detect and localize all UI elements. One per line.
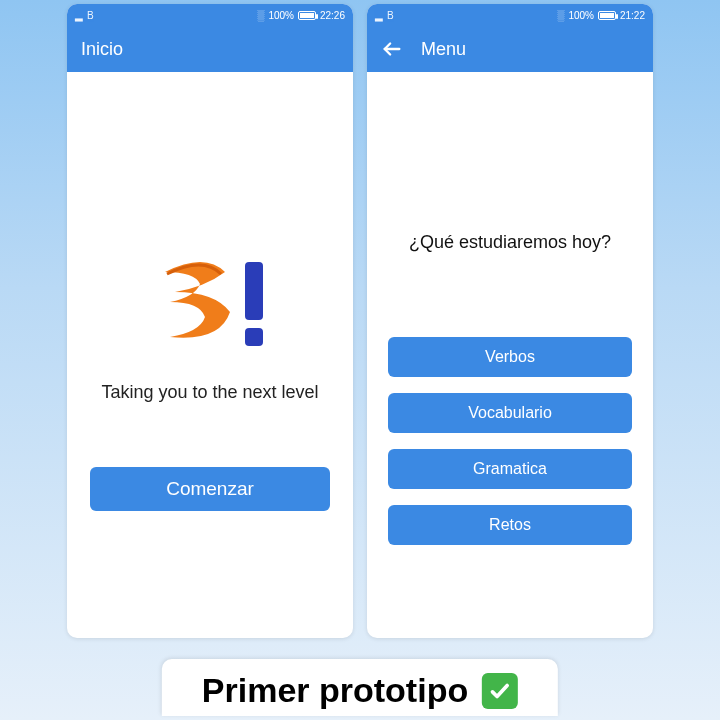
clock-label: 22:26	[320, 10, 345, 21]
checkmark-icon	[482, 673, 518, 709]
phone-menu: ▂ B ░ 100% 21:22 Menu ¿Qué estudiaremos …	[367, 4, 653, 638]
option-gramatica[interactable]: Gramatica	[388, 449, 632, 489]
option-retos[interactable]: Retos	[388, 505, 632, 545]
clock-label: 21:22	[620, 10, 645, 21]
page-title: Menu	[421, 39, 466, 60]
option-verbos[interactable]: Verbos	[388, 337, 632, 377]
status-right: ░ 100% 22:26	[257, 10, 345, 21]
signal-icon: ▂	[375, 10, 383, 21]
vibrate-icon: ░	[257, 10, 264, 21]
carrier-label: B	[87, 10, 94, 21]
battery-percent: 100%	[268, 10, 294, 21]
vibrate-icon: ░	[557, 10, 564, 21]
caption-text: Primer prototipo	[202, 671, 468, 710]
status-bar: ▂ B ░ 100% 22:26	[67, 4, 353, 26]
tagline: Taking you to the next level	[101, 382, 318, 403]
status-right: ░ 100% 21:22	[557, 10, 645, 21]
status-left: ▂ B	[75, 10, 94, 21]
app-logo	[145, 242, 275, 352]
svg-rect-1	[245, 328, 263, 346]
option-vocabulario[interactable]: Vocabulario	[388, 393, 632, 433]
page-title: Inicio	[81, 39, 123, 60]
carrier-label: B	[387, 10, 394, 21]
caption-banner: Primer prototipo	[162, 659, 558, 716]
signal-icon: ▂	[75, 10, 83, 21]
svg-rect-0	[245, 262, 263, 320]
battery-icon	[598, 11, 616, 20]
app-bar: Menu	[367, 26, 653, 72]
start-button[interactable]: Comenzar	[90, 467, 330, 511]
back-arrow-icon[interactable]	[381, 38, 403, 60]
phone-inicio: ▂ B ░ 100% 22:26 Inicio	[67, 4, 353, 638]
menu-question: ¿Qué estudiaremos hoy?	[409, 232, 611, 253]
status-left: ▂ B	[375, 10, 394, 21]
app-bar: Inicio	[67, 26, 353, 72]
battery-percent: 100%	[568, 10, 594, 21]
status-bar: ▂ B ░ 100% 21:22	[367, 4, 653, 26]
battery-icon	[298, 11, 316, 20]
menu-options: Verbos Vocabulario Gramatica Retos	[388, 337, 632, 545]
